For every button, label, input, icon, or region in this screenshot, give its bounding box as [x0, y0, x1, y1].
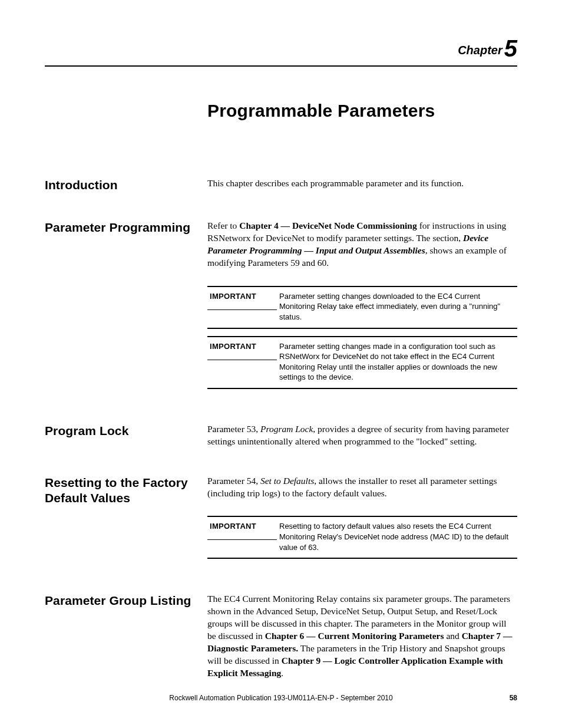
section-introduction: Introduction This chapter describes each…	[45, 177, 517, 193]
section-program-lock: Program Lock Parameter 53, Program Lock,…	[45, 423, 517, 448]
pl-text-1: Parameter 53,	[207, 424, 260, 434]
body-resetting: Parameter 54, Set to Defaults, allows th…	[207, 475, 517, 559]
gl-text-4: .	[281, 668, 283, 678]
gl-text-2: and	[444, 631, 462, 641]
important-text-3: Resetting to factory default values also…	[277, 517, 517, 558]
program-lock-para: Parameter 53, Program Lock, provides a d…	[207, 423, 517, 448]
parameter-programming-para: Refer to Chapter 4 — DeviceNet Node Comm…	[207, 220, 517, 269]
chapter-title: Programmable Parameters	[207, 101, 517, 121]
heading-program-lock: Program Lock	[45, 423, 207, 448]
footer: Rockwell Automation Publication 193-UM01…	[45, 694, 517, 702]
group-listing-para: The EC4 Current Monitoring Relay contain…	[207, 593, 517, 679]
footer-page-number: 58	[510, 694, 517, 702]
introduction-text: This chapter describes each programmable…	[207, 177, 517, 190]
gl-bold-1: Chapter 6 — Current Monitoring Parameter…	[265, 631, 444, 641]
section-resetting: Resetting to the Factory Default Values …	[45, 475, 517, 559]
pp-text-1: Refer to	[207, 220, 239, 230]
pp-bold-1: Chapter 4 — DeviceNet Node Commissioning	[239, 220, 417, 230]
important-label-1: IMPORTANT	[207, 287, 277, 310]
important-label-3: IMPORTANT	[207, 517, 277, 540]
body-group-listing: The EC4 Current Monitoring Relay contain…	[207, 593, 517, 679]
pl-italic: Program Lock	[260, 424, 313, 434]
resetting-para: Parameter 54, Set to Defaults, allows th…	[207, 475, 517, 500]
chapter-label: Chapter	[458, 44, 503, 57]
body-introduction: This chapter describes each programmable…	[207, 177, 517, 193]
chapter-number: 5	[504, 35, 517, 61]
body-program-lock: Parameter 53, Program Lock, provides a d…	[207, 423, 517, 448]
header-rule	[45, 65, 517, 67]
heading-parameter-programming: Parameter Programming	[45, 220, 207, 389]
important-text-2: Parameter setting changes made in a conf…	[277, 337, 517, 388]
heading-group-listing: Parameter Group Listing	[45, 593, 207, 679]
footer-text: Rockwell Automation Publication 193-UM01…	[169, 694, 392, 702]
section-group-listing: Parameter Group Listing The EC4 Current …	[45, 593, 517, 679]
heading-resetting: Resetting to the Factory Default Values	[45, 475, 207, 559]
body-parameter-programming: Refer to Chapter 4 — DeviceNet Node Comm…	[207, 220, 517, 389]
important-box-2: IMPORTANT Parameter setting changes made…	[207, 336, 517, 389]
section-parameter-programming: Parameter Programming Refer to Chapter 4…	[45, 220, 517, 389]
rs-text-1: Parameter 54,	[207, 476, 260, 486]
important-box-3: IMPORTANT Resetting to factory default v…	[207, 516, 517, 559]
heading-introduction: Introduction	[45, 177, 207, 193]
chapter-header: Chapter5	[45, 35, 517, 62]
important-label-2: IMPORTANT	[207, 337, 277, 360]
important-box-1: IMPORTANT Parameter setting changes down…	[207, 286, 517, 329]
important-text-1: Parameter setting changes downloaded to …	[277, 287, 517, 328]
rs-italic: Set to Defaults	[260, 476, 314, 486]
